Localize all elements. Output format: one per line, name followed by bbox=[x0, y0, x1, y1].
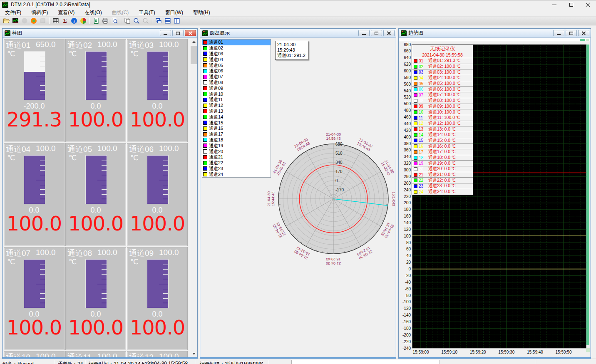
disc-window-minimize-button[interactable] bbox=[358, 30, 370, 36]
gauge-panel-通道10[interactable]: 通道10100.0℃0.0100.0 bbox=[4, 351, 65, 357]
gauge-bar bbox=[24, 155, 45, 204]
menu-item-6[interactable]: 窗口(W) bbox=[160, 8, 188, 17]
trend-window-minimize-button[interactable] bbox=[553, 30, 564, 36]
tile-vertical-icon[interactable] bbox=[172, 17, 181, 25]
menu-item-3[interactable]: 在线(O) bbox=[79, 8, 107, 17]
bar-window-scrollbar[interactable] bbox=[190, 38, 197, 357]
channel-list-item-04[interactable]: 通道04 bbox=[202, 57, 271, 62]
disc-window-close-button[interactable] bbox=[383, 30, 395, 36]
channel-list-item-12[interactable]: 通道12 bbox=[202, 103, 271, 109]
legend-channel-value: 通道11: 100.0 ℃ bbox=[428, 115, 460, 121]
menu-item-4[interactable]: 曲线(C) bbox=[107, 8, 134, 17]
gauge-tick bbox=[163, 161, 168, 161]
menu-item-7[interactable]: 帮助(H) bbox=[188, 8, 215, 17]
channel-list-item-18[interactable]: 通道18 bbox=[202, 137, 271, 143]
menu-item-2[interactable]: 查看(V) bbox=[53, 8, 79, 17]
tile-horizontal-icon[interactable] bbox=[163, 17, 172, 25]
trend-window-restore-button[interactable] bbox=[566, 30, 577, 36]
legend-color-swatch bbox=[414, 184, 417, 188]
gauge-tick bbox=[40, 66, 45, 67]
channel-list-item-09[interactable]: 通道09 bbox=[202, 85, 271, 91]
data-table-icon[interactable] bbox=[51, 17, 60, 25]
gauge-panel-通道12[interactable]: 通道12100.0℃0.0100.0 bbox=[127, 351, 188, 357]
channel-list-item-14[interactable]: 通道14 bbox=[202, 114, 271, 120]
maximize-button[interactable] bbox=[563, 0, 579, 9]
legend-entry-15: 15通道15: 0.0 ℃ bbox=[412, 138, 473, 144]
info-icon[interactable]: i bbox=[70, 17, 79, 25]
scroll-down-button[interactable] bbox=[190, 350, 197, 357]
bar-window-restore-button[interactable] bbox=[172, 30, 184, 36]
gauge-panel-通道08[interactable]: 通道08100.0℃0.0100.0 bbox=[65, 247, 126, 350]
export-icon[interactable] bbox=[92, 17, 101, 25]
gauge-panel-通道01[interactable]: 通道01650.0℃-200.0291.3 bbox=[4, 39, 65, 142]
gauge-tick bbox=[40, 165, 45, 166]
legend-color-swatch bbox=[414, 93, 417, 97]
trend-v-scrollbar[interactable] bbox=[586, 45, 589, 345]
channel-list-item-05[interactable]: 通道05 bbox=[202, 62, 271, 68]
gauge-tick bbox=[40, 161, 45, 161]
scroll-up-button[interactable] bbox=[190, 38, 197, 45]
menu-item-0[interactable]: 文件(F) bbox=[0, 8, 26, 17]
bar-window-minimize-button[interactable] bbox=[160, 30, 171, 36]
gauge-panel-通道11[interactable]: 通道11100.0℃0.0100.0 bbox=[65, 351, 126, 357]
trend-window-close-button[interactable] bbox=[578, 30, 589, 36]
realtime-view-icon[interactable] bbox=[11, 17, 20, 25]
legend-color-swatch bbox=[414, 161, 417, 165]
pie-chart-icon[interactable] bbox=[79, 17, 88, 25]
channel-list-item-23[interactable]: 通道23 bbox=[202, 166, 271, 172]
gauge-panel-通道04[interactable]: 通道04100.0℃0.0100.0 bbox=[4, 143, 65, 246]
bar-window-title: 棒图 bbox=[12, 30, 159, 37]
cascade-windows-icon[interactable] bbox=[154, 17, 163, 25]
disc-window-titlebar[interactable]: 圆盘显示 bbox=[200, 29, 396, 38]
gauge-panel-通道06[interactable]: 通道06100.0℃0.0100.0 bbox=[127, 143, 188, 246]
channel-list-item-13[interactable]: 通道13 bbox=[202, 109, 271, 114]
h-scrollbar-thumb[interactable] bbox=[580, 39, 585, 41]
gauge-panel-通道02[interactable]: 通道02100.0℃0.0100.0 bbox=[65, 39, 126, 142]
menu-item-5[interactable]: 工具(T) bbox=[134, 8, 160, 17]
channel-list-item-24[interactable]: 通道24 bbox=[202, 171, 271, 177]
trend-window-titlebar[interactable]: 趋势图 bbox=[399, 29, 591, 38]
channel-list-item-20[interactable]: 通道20 bbox=[202, 149, 271, 154]
zoom-icon[interactable] bbox=[132, 17, 141, 25]
gauge-header: 通道10100.0 bbox=[4, 352, 64, 357]
channel-list-item-22[interactable]: 通道22 bbox=[202, 160, 271, 166]
channel-list-item-07[interactable]: 通道07 bbox=[202, 74, 271, 80]
channel-list-item-10[interactable]: 通道10 bbox=[202, 91, 271, 97]
channel-list-item-08[interactable]: 通道08 bbox=[202, 80, 271, 86]
disc-window-restore-button[interactable] bbox=[371, 30, 382, 36]
channel-list-item-17[interactable]: 通道17 bbox=[202, 131, 271, 137]
statistics-icon[interactable]: Σ bbox=[60, 17, 70, 25]
bar-window-titlebar[interactable]: 棒图 bbox=[2, 29, 197, 38]
record-icon[interactable] bbox=[29, 17, 38, 25]
gauge-unit: ℃ bbox=[7, 50, 15, 58]
scrollbar-thumb[interactable] bbox=[191, 46, 197, 64]
channel-list-item-06[interactable]: 通道06 bbox=[202, 68, 271, 74]
gauge-panel-通道07[interactable]: 通道07100.0℃0.0100.0 bbox=[4, 247, 65, 350]
close-button[interactable] bbox=[579, 0, 596, 9]
channel-list-item-11[interactable]: 通道11 bbox=[202, 97, 271, 103]
print-icon[interactable] bbox=[101, 17, 110, 25]
channel-list-item-03[interactable]: 通道03 bbox=[202, 51, 271, 57]
trend-h-scrollbar[interactable] bbox=[399, 38, 590, 41]
menu-item-1[interactable]: 编辑(E) bbox=[26, 8, 53, 17]
channel-list-item-15[interactable]: 通道15 bbox=[202, 120, 271, 126]
print-preview-icon[interactable] bbox=[110, 17, 119, 25]
channel-list-item-02[interactable]: 通道02 bbox=[202, 45, 271, 51]
window-title: DTM 2.0.1 [C:\DTM 2.0.2\RealData] bbox=[11, 2, 90, 7]
channel-list-item-01[interactable]: 通道01 bbox=[202, 40, 271, 45]
trend-y-label: -100 bbox=[402, 300, 411, 304]
legend-entry-03: 03通道03: 100.0 ℃ bbox=[412, 69, 473, 75]
channel-list-item-19[interactable]: 通道19 bbox=[202, 143, 271, 149]
gauge-panel-通道09[interactable]: 通道09100.0℃0.0100.0 bbox=[127, 247, 188, 350]
channel-list: 通道01通道02通道03通道04通道05通道06通道07通道08通道09通道10… bbox=[202, 39, 271, 178]
channel-list-item-21[interactable]: 通道21 bbox=[202, 154, 271, 160]
gauge-panel-通道05[interactable]: 通道05100.0℃0.0100.0 bbox=[65, 143, 126, 246]
copy-icon[interactable] bbox=[123, 17, 132, 25]
channel-list-item-16[interactable]: 通道16 bbox=[202, 126, 271, 131]
bar-window-close-button[interactable] bbox=[185, 30, 196, 36]
gauge-panel-通道03[interactable]: 通道03100.0℃0.0100.0 bbox=[127, 39, 188, 142]
open-file-icon[interactable] bbox=[2, 17, 11, 25]
legend-color-swatch bbox=[414, 190, 417, 194]
minimize-button[interactable] bbox=[546, 0, 563, 9]
gauge-unit: ℃ bbox=[69, 154, 77, 162]
